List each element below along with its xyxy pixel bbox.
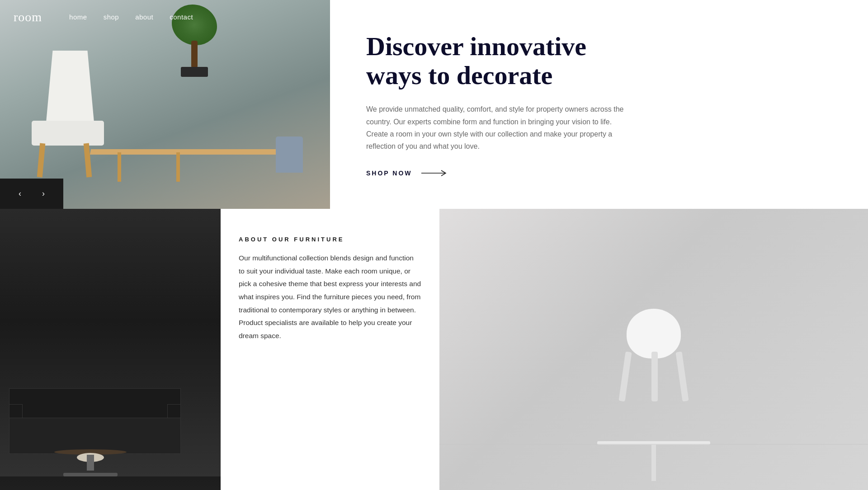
side-stool: [276, 137, 303, 173]
brand-logo[interactable]: room: [14, 10, 42, 24]
floor-line: [439, 444, 868, 445]
slider-controls: ‹ ›: [0, 179, 63, 209]
prev-button[interactable]: ‹: [15, 185, 25, 202]
nav-links: home shop about contact: [69, 13, 193, 21]
dark-room-image: [0, 209, 221, 490]
shop-now-cta[interactable]: SHOP NOW: [366, 170, 832, 177]
sofa-decoration: [9, 391, 181, 454]
chair-decoration: [18, 51, 108, 177]
next-button[interactable]: ›: [38, 185, 48, 202]
navigation: room home shop about contact: [0, 0, 330, 34]
light-room-image: [439, 209, 868, 490]
nav-about[interactable]: about: [135, 13, 153, 21]
hero-title: Discover innovative ways to decorate: [366, 32, 637, 90]
about-section-title: ABOUT OUR FURNITURE: [239, 236, 421, 243]
floor-shadow: [0, 476, 221, 490]
cta-label: SHOP NOW: [366, 170, 412, 177]
coffee-table-decoration: [54, 449, 127, 476]
table-leg: [176, 152, 180, 182]
cta-arrow-icon: [421, 170, 448, 177]
hero-section: room home shop about contact: [0, 0, 868, 209]
nav-shop[interactable]: shop: [104, 13, 119, 21]
about-description: Our multifunctional collection blends de…: [239, 252, 421, 343]
nav-home[interactable]: home: [69, 13, 87, 21]
hero-content: Discover innovative ways to decorate We …: [330, 0, 868, 209]
hero-description: We provide unmatched quality, comfort, a…: [366, 103, 628, 152]
about-section: ABOUT OUR FURNITURE Our multifunctional …: [221, 209, 439, 490]
nav-contact[interactable]: contact: [170, 13, 193, 21]
white-stool-decoration: [609, 282, 699, 417]
hero-image: room home shop about contact: [0, 0, 330, 209]
dark-room-scene: [0, 209, 221, 490]
bottom-section: ABOUT OUR FURNITURE Our multifunctional …: [0, 209, 868, 490]
